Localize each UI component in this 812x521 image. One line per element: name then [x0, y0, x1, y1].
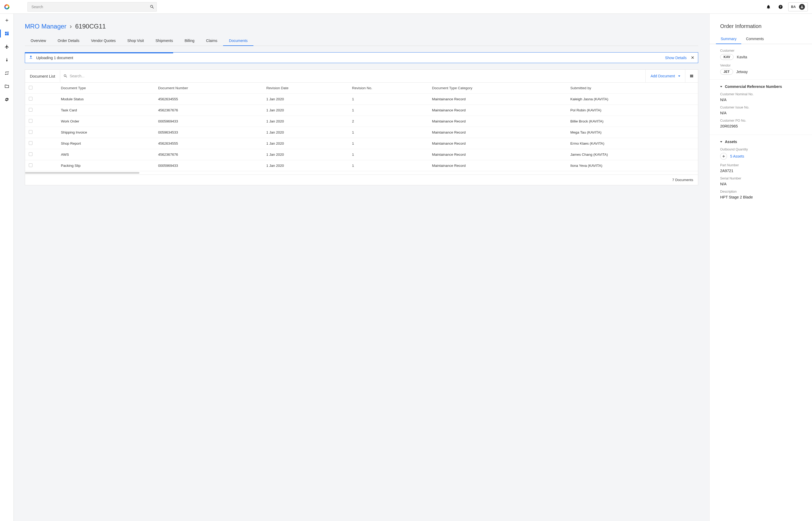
table-row[interactable]: Shipping Invoice00596345331 Jan 20201Mai…: [25, 127, 698, 138]
cell-by: Kaleigh Jasna (KAVITA): [567, 94, 698, 105]
vendor-name: Jetway: [736, 70, 748, 74]
table-row[interactable]: Task Card45623676761 Jan 20201Maintainan…: [25, 105, 698, 116]
chevron-down-icon: [678, 75, 680, 77]
nav-add[interactable]: [0, 14, 14, 27]
table-row[interactable]: Module Status45626345551 Jan 20201Mainta…: [25, 94, 698, 105]
customer-chip[interactable]: KAV: [720, 54, 734, 60]
cell-rev: 1: [348, 105, 428, 116]
nav-flights[interactable]: [0, 40, 14, 53]
cust-po-label: Customer PO No.: [720, 119, 802, 122]
desc-label: Description: [720, 190, 802, 194]
col-header[interactable]: Document Number: [154, 83, 263, 94]
search-icon[interactable]: [149, 4, 155, 10]
col-header[interactable]: Revision Date: [263, 83, 348, 94]
cell-date: 1 Jan 2020: [263, 138, 348, 149]
assets-section-header[interactable]: Assets: [720, 140, 802, 144]
nav-transfers[interactable]: [0, 67, 14, 80]
row-checkbox[interactable]: [29, 152, 32, 156]
row-checkbox[interactable]: [29, 163, 32, 167]
desc-value: HPT Stage 2 Blade: [720, 195, 802, 199]
table-row[interactable]: AWS45623676761 Jan 20201Maintainance Rec…: [25, 149, 698, 160]
columns-toggle-button[interactable]: [685, 70, 698, 82]
app-logo[interactable]: [0, 4, 14, 9]
serial-label: Serial Number: [720, 177, 802, 180]
col-header[interactable]: Document Type Category: [428, 83, 566, 94]
nav-tower[interactable]: [0, 53, 14, 67]
select-all-checkbox[interactable]: [29, 86, 32, 89]
table-row[interactable]: Work Order00059694331 Jan 20202Maintaina…: [25, 116, 698, 127]
cust-issue-label: Customer Issue No.: [720, 106, 802, 109]
cell-cat: Maintainance Record: [428, 105, 566, 116]
cell-num: 4562634555: [154, 138, 263, 149]
cell-cat: Maintainance Record: [428, 127, 566, 138]
breadcrumb-sep: ›: [70, 23, 72, 30]
tab-shipments[interactable]: Shipments: [150, 36, 179, 46]
svg-text:?: ?: [780, 5, 781, 8]
vendor-label: Vendor: [720, 64, 802, 67]
global-search-input[interactable]: [27, 2, 157, 12]
row-checkbox[interactable]: [29, 130, 32, 134]
upload-text: Uploading 1 document: [36, 56, 665, 60]
nav-dashboard[interactable]: [0, 27, 14, 40]
info-tab-comments[interactable]: Comments: [741, 34, 769, 44]
topbar: ? BA: [0, 0, 812, 14]
horizontal-scrollbar[interactable]: [25, 171, 698, 175]
row-checkbox[interactable]: [29, 141, 32, 145]
upload-progress-bar: [25, 52, 173, 53]
cell-by: Billie Brock (KAVITA): [567, 116, 698, 127]
customer-label: Customer: [720, 49, 802, 52]
tab-vendor-quotes[interactable]: Vendor Quotes: [85, 36, 121, 46]
doclist-search-input[interactable]: [70, 74, 642, 78]
cell-cat: Maintainance Record: [428, 138, 566, 149]
cell-rev: 1: [348, 127, 428, 138]
notifications-icon[interactable]: [764, 2, 773, 12]
row-checkbox[interactable]: [29, 119, 32, 123]
documents-table: Document TypeDocument NumberRevision Dat…: [25, 83, 698, 171]
close-icon[interactable]: ✕: [691, 55, 694, 60]
assets-link[interactable]: 5 Assets: [730, 154, 744, 158]
tab-billing[interactable]: Billing: [179, 36, 200, 46]
col-header[interactable]: Revision No.: [348, 83, 428, 94]
table-row[interactable]: Shop Report45626345551 Jan 20201Maintain…: [25, 138, 698, 149]
cell-type: Task Card: [57, 105, 154, 116]
col-header[interactable]: Document Type: [57, 83, 154, 94]
customer-name: Kavita: [737, 55, 747, 59]
cell-by: James Chang (KAVITA): [567, 149, 698, 160]
cell-num: 4562634555: [154, 94, 263, 105]
row-checkbox[interactable]: [29, 108, 32, 112]
vendor-chip[interactable]: JET: [720, 69, 733, 75]
info-tab-summary[interactable]: Summary: [716, 34, 741, 44]
col-header[interactable]: Submitted by: [567, 83, 698, 94]
help-icon[interactable]: ?: [776, 2, 785, 12]
cell-cat: Maintainance Record: [428, 116, 566, 127]
cell-num: 0005969433: [154, 160, 263, 171]
add-document-button[interactable]: Add Document: [646, 70, 685, 82]
table-row[interactable]: Packing Slip00059694331 Jan 20201Maintai…: [25, 160, 698, 171]
partnum-label: Part Number: [720, 163, 802, 167]
cell-by: Mega Tau (KAVITA): [567, 127, 698, 138]
cell-date: 1 Jan 2020: [263, 149, 348, 160]
cell-type: Shipping Invoice: [57, 127, 154, 138]
cell-rev: 1: [348, 149, 428, 160]
row-checkbox[interactable]: [29, 97, 32, 100]
user-menu[interactable]: BA: [788, 2, 808, 12]
cell-by: Ilona Yeva (KAVITA): [567, 160, 698, 171]
breadcrumb-root[interactable]: MRO Manager: [25, 23, 66, 30]
tab-claims[interactable]: Claims: [200, 36, 223, 46]
tab-documents[interactable]: Documents: [223, 36, 253, 46]
show-details-link[interactable]: Show Details: [665, 56, 686, 60]
cust-po-value: 20R02965: [720, 124, 802, 128]
cell-type: Work Order: [57, 116, 154, 127]
tab-shop-visit[interactable]: Shop Visit: [121, 36, 150, 46]
cell-cat: Maintainance Record: [428, 149, 566, 160]
cell-num: 0059634533: [154, 127, 263, 138]
tab-overview[interactable]: Overview: [25, 36, 52, 46]
nav-folder[interactable]: [0, 80, 14, 93]
outbound-label: Outbound Quantity: [720, 148, 802, 151]
commercial-section-header[interactable]: Commercial Reference Numbers: [720, 85, 802, 89]
search-icon: [63, 74, 68, 78]
partnum-value: 2A9721: [720, 169, 802, 173]
nav-settings[interactable]: [0, 93, 14, 106]
cell-cat: Maintainance Record: [428, 160, 566, 171]
tab-order-details[interactable]: Order Details: [52, 36, 85, 46]
